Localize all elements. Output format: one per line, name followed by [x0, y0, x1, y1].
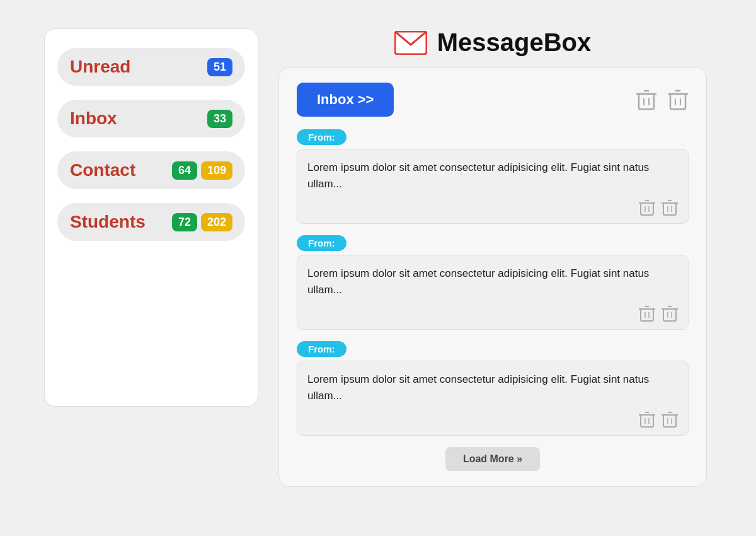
trash-icon-sm-1-1	[662, 304, 678, 323]
badge-inbox-0: 33	[207, 110, 232, 128]
sidebar-item-label-2: Contact	[70, 160, 135, 180]
sidebar-item-badges-0: 51	[207, 58, 232, 76]
message-actions-2	[307, 410, 678, 429]
sidebar-item-unread[interactable]: Unread51	[57, 48, 245, 86]
svg-rect-16	[663, 203, 676, 215]
trash-icon-sm-1-0	[639, 304, 655, 323]
message-actions-1	[307, 304, 678, 323]
svg-rect-11	[641, 203, 653, 215]
trash-icon-sm-2-1	[662, 410, 678, 429]
sidebar-item-label-3: Students	[70, 212, 146, 232]
main-title: MessageBox	[437, 28, 592, 57]
svg-rect-21	[641, 309, 653, 321]
mail-icon	[394, 31, 427, 55]
sidebar-item-badges-2: 64109	[172, 161, 232, 180]
message-trash-button-0-0[interactable]	[639, 198, 655, 217]
message-trash-button-0-1[interactable]	[662, 198, 678, 217]
svg-rect-31	[641, 415, 653, 427]
from-badge-1: From:	[297, 235, 346, 251]
from-badge-0: From:	[297, 129, 346, 145]
trash-icon-large-2	[667, 88, 689, 112]
from-badge-2: From:	[297, 341, 346, 357]
sidebar-item-students[interactable]: Students72202	[57, 203, 245, 241]
sidebar-item-label-0: Unread	[70, 57, 130, 77]
message-trash-button-2-0[interactable]	[639, 410, 655, 429]
message-trash-button-1-0[interactable]	[639, 304, 655, 323]
sidebar: Unread51Inbox33Contact64109Students72202	[44, 28, 258, 407]
trash-icon-large-1	[636, 88, 657, 112]
mail-icon-wrap	[394, 31, 427, 55]
message-trash-button-2-1[interactable]	[662, 410, 678, 429]
trash-icon-sm-2-0	[639, 410, 655, 429]
delete-all-button[interactable]	[636, 88, 657, 112]
app-container: Unread51Inbox33Contact64109Students72202…	[32, 16, 724, 520]
svg-rect-36	[663, 415, 676, 427]
sidebar-item-contact[interactable]: Contact64109	[57, 151, 245, 189]
message-trash-button-1-1[interactable]	[662, 304, 678, 323]
message-card-1: Lorem ipsum dolor sit amet consectetur a…	[297, 255, 689, 330]
message-text-0: Lorem ipsum dolor sit amet consectetur a…	[307, 160, 678, 192]
message-item: From:Lorem ipsum dolor sit amet consecte…	[297, 341, 689, 436]
sidebar-item-badges-1: 33	[207, 110, 232, 128]
message-card-2: Lorem ipsum dolor sit amet consectetur a…	[297, 361, 689, 436]
load-more-button[interactable]: Load More »	[445, 447, 540, 471]
load-more-wrap: Load More »	[297, 447, 689, 471]
badge-unread-0: 51	[207, 58, 232, 76]
trash-icon-sm-0-0	[639, 198, 655, 217]
content-box: Inbox >>	[278, 67, 707, 487]
message-text-1: Lorem ipsum dolor sit amet consectetur a…	[307, 265, 678, 298]
main-panel: MessageBox Inbox >>	[273, 28, 712, 487]
badge-contact-1: 109	[201, 161, 232, 180]
inbox-toolbar: Inbox >>	[297, 83, 689, 117]
message-card-0: Lorem ipsum dolor sit amet consectetur a…	[297, 149, 689, 224]
svg-rect-6	[670, 94, 685, 109]
badge-students-0: 72	[172, 213, 197, 231]
sidebar-item-inbox[interactable]: Inbox33	[57, 100, 245, 137]
svg-rect-26	[663, 309, 676, 321]
svg-rect-1	[639, 94, 654, 109]
badge-contact-0: 64	[172, 161, 197, 180]
sidebar-item-label-1: Inbox	[70, 108, 117, 129]
message-item: From:Lorem ipsum dolor sit amet consecte…	[297, 129, 689, 224]
inbox-button[interactable]: Inbox >>	[297, 83, 394, 117]
main-header: MessageBox	[273, 28, 712, 57]
sidebar-item-badges-3: 72202	[172, 213, 232, 231]
trash-icon-sm-0-1	[662, 198, 678, 217]
message-item: From:Lorem ipsum dolor sit amet consecte…	[297, 235, 689, 330]
message-actions-0	[307, 198, 678, 217]
archive-all-button[interactable]	[667, 88, 689, 112]
messages-container: From:Lorem ipsum dolor sit amet consecte…	[297, 129, 689, 436]
toolbar-icons	[636, 88, 689, 112]
message-text-2: Lorem ipsum dolor sit amet consectetur a…	[307, 371, 678, 404]
badge-students-1: 202	[201, 213, 232, 231]
